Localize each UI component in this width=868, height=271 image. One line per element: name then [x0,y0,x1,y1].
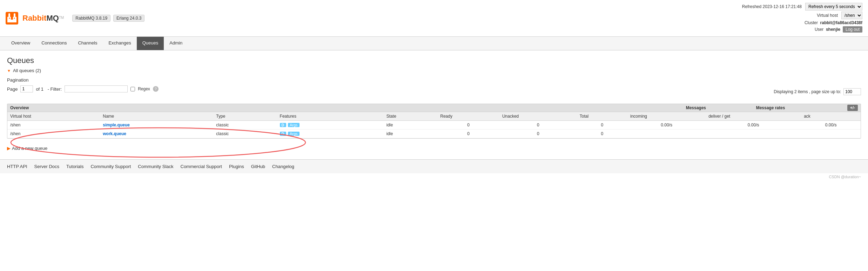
cell-features: D Args [277,130,384,138]
section-label: All queues (2) [13,68,41,73]
regex-label: Regex [138,86,150,91]
cell-vhost: /shen [7,130,100,138]
footer: HTTP API Server Docs Tutorials Community… [0,159,868,173]
footer-link-community-support[interactable]: Community Support [90,164,131,169]
logout-button[interactable]: Log out [843,26,862,33]
th-ready: Ready [437,112,499,121]
cell-ack [801,130,861,138]
table-row: /shen work.queue classic D Args idle 0 0… [7,130,861,138]
cluster-line: Cluster rabbit@fa86acd3438f [742,20,862,25]
header: RabbitMQTM RabbitMQ 3.8.19 Erlang 24.0.3… [0,0,868,37]
th-type: Type [213,112,277,121]
filter-label: - Filter: [46,86,62,92]
user-name: shenjie [826,27,840,32]
footer-link-plugins[interactable]: Plugins [229,164,244,169]
logo-tm: TM [59,16,64,20]
displaying-info: Displaying 2 items , page size up to: [774,88,861,95]
cell-name[interactable]: work.queue [100,130,213,138]
rabbitmq-version-badge: RabbitMQ 3.8.19 [72,15,110,22]
queue-table: Virtual host Name Type Features State Re… [7,112,861,138]
regex-help-icon[interactable]: ? [153,86,159,92]
cell-incoming: 0.00/s [627,121,706,130]
nav-item-connections[interactable]: Connections [36,37,72,50]
badge-args: Args [288,123,300,127]
add-queue-label: Add a new queue [12,146,47,151]
cell-unacked: 0 [499,130,577,138]
cell-features: D Args [277,121,384,130]
page-number-input[interactable] [20,85,33,92]
cell-type: classic [213,121,277,130]
group-header-message-rates: Message rates [753,105,845,110]
footer-link-community-slack[interactable]: Community Slack [138,164,173,169]
cluster-name: rabbit@fa86acd3438f [820,20,862,25]
erlang-version-badge: Erlang 24.0.3 [113,15,144,22]
page-size-input[interactable] [843,88,861,95]
user-line: User shenjie Log out [742,26,862,33]
table-row: /shen simple.queue classic D Args idle 0… [7,121,861,130]
th-virtual-host: Virtual host [7,112,100,121]
svg-rect-4 [8,13,10,18]
footer-link-github[interactable]: GitHub [251,164,265,169]
footer-link-server-docs[interactable]: Server Docs [34,164,60,169]
group-header-overview: Overview [7,105,683,110]
nav-item-channels[interactable]: Channels [72,37,103,50]
cell-ready: 0 [437,130,499,138]
nav-item-queues[interactable]: Queues [137,37,164,50]
footer-link-http-api[interactable]: HTTP API [7,164,27,169]
th-name: Name [100,112,213,121]
badge-d-icon: D [280,123,286,127]
footer-link-changelog[interactable]: Changelog [272,164,294,169]
add-queue-arrow-icon: ▶ [7,146,11,151]
add-queue-link[interactable]: ▶ Add a new queue [7,143,861,154]
svg-point-6 [9,18,10,19]
filter-input[interactable] [65,85,128,92]
cell-unacked: 0 [499,121,577,130]
cell-total: 0 [577,121,627,130]
cell-name[interactable]: simple.queue [100,121,213,130]
nav-item-exchanges[interactable]: Exchanges [103,37,136,50]
watermark: CSDN @duration~ [0,173,868,182]
svg-rect-3 [7,20,16,22]
displaying-text: Displaying 2 items , page size up to: [774,89,841,94]
cell-vhost: /shen [7,121,100,130]
pagination-label: Pagination [7,77,861,83]
nav-item-admin[interactable]: Admin [164,37,188,50]
cell-ready: 0 [437,121,499,130]
logo-rabbit: Rabbit [22,14,46,22]
th-unacked: Unacked [499,112,577,121]
logo-area: RabbitMQTM RabbitMQ 3.8.19 Erlang 24.0.3 [6,12,144,25]
pagination-controls: Page of 1 - Filter: Regex ? [7,85,159,92]
badge-args: Args [288,132,300,136]
virtual-host-select[interactable]: /shen [841,12,862,19]
th-incoming: incoming [627,112,706,121]
svg-rect-5 [14,13,15,18]
queue-table-container: Overview Messages Message rates +/- Virt… [7,104,861,139]
rabbit-logo-icon [6,12,18,25]
version-badges: RabbitMQ 3.8.19 Erlang 24.0.3 [72,15,144,22]
cell-state: idle [384,121,437,130]
badge-d-icon: D [280,132,286,136]
plus-minus-button[interactable]: +/- [845,105,861,110]
cell-ack: 0.00/s [801,121,861,130]
cell-deliver-get: 0.00/s [706,121,801,130]
navigation: Overview Connections Channels Exchanges … [0,37,868,50]
header-right: Refreshed 2023-12-16 17:21:48 Refresh ev… [742,3,862,34]
footer-link-tutorials[interactable]: Tutorials [66,164,83,169]
logo-mq: MQ [46,14,59,22]
refreshed-text: Refreshed 2023-12-16 17:21:48 [742,4,802,9]
group-header-messages: Messages [683,105,753,110]
logo-brand: RabbitMQTM [22,14,64,23]
regex-checkbox[interactable] [130,87,135,91]
refresh-select[interactable]: Refresh every 5 seconds Manually Every 1… [805,3,862,11]
th-deliver-get: deliver / get [706,112,801,121]
virtual-host-line: Virtual host /shen [742,12,862,19]
section-header: ▼ All queues (2) [7,68,861,73]
footer-link-commercial-support[interactable]: Commercial Support [181,164,222,169]
nav-item-overview[interactable]: Overview [6,37,36,50]
virtual-host-label: Virtual host [817,13,838,18]
table-column-headers: Virtual host Name Type Features State Re… [7,112,861,121]
th-ack: ack [801,112,861,121]
cell-deliver-get [706,130,801,138]
cell-incoming [627,130,706,138]
cluster-label: Cluster [805,20,818,25]
